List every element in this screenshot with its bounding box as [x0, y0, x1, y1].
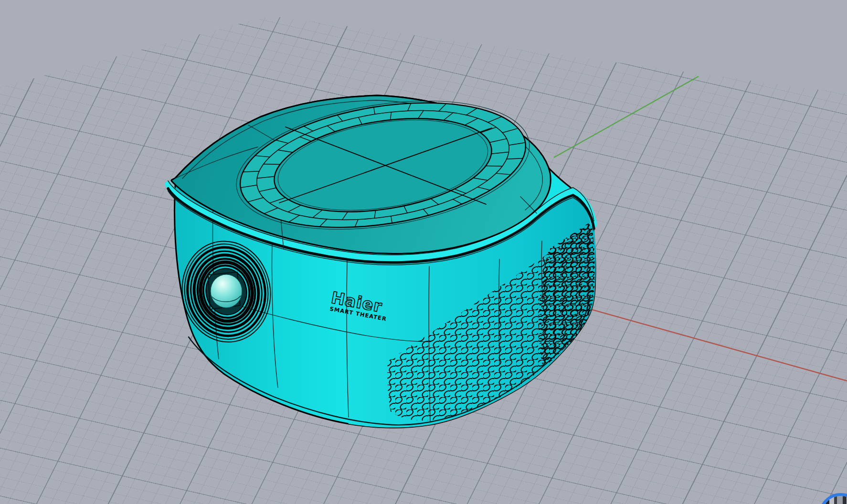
corner-avatar[interactable]: [820, 494, 847, 504]
scene-overlay: Haier SMART THEATER: [0, 0, 847, 504]
projector-model[interactable]: Haier SMART THEATER: [168, 82, 595, 428]
lens-sphere: [211, 274, 242, 308]
x-axis-red: [563, 302, 847, 381]
grid-far-boundary-mask: [0, 0, 847, 94]
y-axis-green: [554, 76, 699, 158]
cad-viewport[interactable]: Haier SMART THEATER: [0, 0, 847, 504]
